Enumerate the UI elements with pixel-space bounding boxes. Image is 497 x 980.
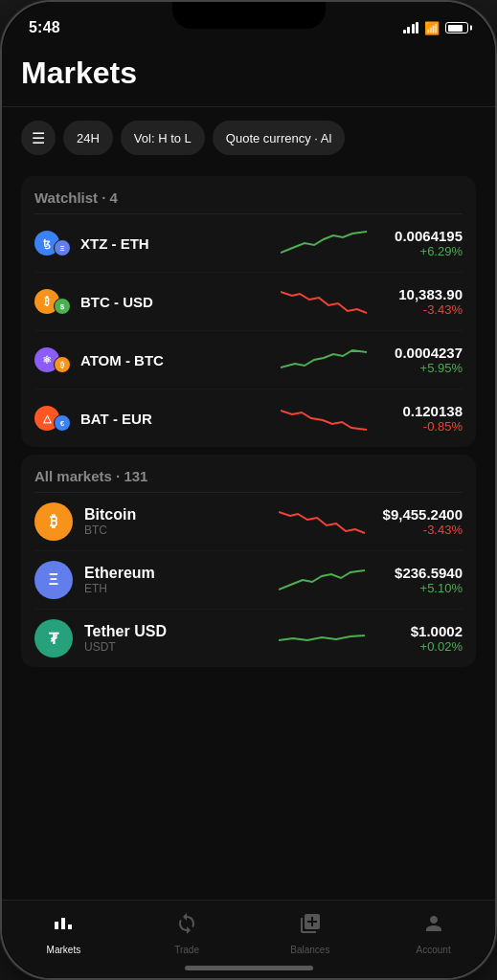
tether-logo: ₮ (34, 619, 73, 657)
quote-filter-button[interactable]: Quote currency · Al (213, 121, 346, 155)
xtz-eth-price: 0.0064195 (376, 228, 463, 244)
bitcoin-symbol: BTC (84, 523, 267, 537)
phone-frame: 5:48 📶 Markets (0, 0, 497, 980)
xtz-eth-change: +6.29% (376, 244, 463, 258)
battery-icon (445, 22, 468, 33)
trade-icon (175, 912, 198, 941)
all-markets-row-usdt[interactable]: ₮ Tether USD USDT $1.0002 +0.02% (34, 610, 463, 667)
usd-icon-sm: $ (54, 298, 71, 315)
tether-info: Tether USD USDT (84, 623, 267, 654)
atom-btc-price: 0.0004237 (376, 345, 463, 361)
ethereum-price-info: $236.5940 +5.10% (376, 565, 463, 595)
eur-icon-sm: € (54, 414, 71, 432)
ethereum-symbol: ETH (84, 582, 267, 595)
account-icon (422, 912, 445, 941)
xtz-eth-icons: ꜩ Ξ (34, 230, 71, 256)
eth-icon-sm: Ξ (54, 239, 71, 256)
atom-btc-pair: ATOM - BTC (80, 352, 271, 368)
all-markets-section: All markets · 131 ₿ Bitcoin BTC $9,455.2… (21, 455, 476, 667)
all-markets-row-eth[interactable]: Ξ Ethereum ETH $236.5940 +5.10% (34, 551, 463, 610)
bat-eur-change: -0.85% (376, 419, 463, 434)
ethereum-price: $236.5940 (376, 565, 463, 581)
ethereum-chart (279, 563, 365, 597)
app-content: Markets ☰ 24H Vol: H to L Quote currency… (2, 44, 495, 900)
account-tab-label: Account (417, 945, 451, 955)
tether-symbol: USDT (84, 640, 267, 654)
btc-icon-sm: ₿ (54, 356, 71, 373)
page-title: Markets (21, 44, 476, 106)
ethereum-info: Ethereum ETH (84, 565, 267, 595)
watchlist-row-btc-usd[interactable]: ₿ $ BTC - USD 10,383.90 -3.43% (34, 273, 463, 331)
xtz-eth-chart (281, 226, 367, 260)
watchlist-row-atom-btc[interactable]: ⚛ ₿ ATOM - BTC 0.0004237 +5.95% (34, 331, 463, 390)
tab-trade[interactable]: Trade (125, 908, 249, 955)
watchlist-row-bat-eur[interactable]: △ € BAT - EUR 0.120138 -0.85% (34, 390, 463, 447)
filter-icon-button[interactable]: ☰ (21, 121, 56, 155)
status-time: 5:48 (29, 19, 60, 36)
tether-price-info: $1.0002 +0.02% (376, 623, 463, 654)
tether-change: +0.02% (376, 639, 463, 654)
atom-btc-change: +5.95% (376, 361, 463, 375)
btc-usd-price-info: 10,383.90 -3.43% (376, 286, 463, 317)
xtz-eth-pair: XTZ - ETH (80, 235, 271, 252)
trade-tab-label: Trade (174, 945, 199, 955)
watchlist-header: Watchlist · 4 (34, 176, 463, 213)
tab-markets[interactable]: Markets (2, 908, 125, 955)
tether-chart (279, 621, 365, 656)
wifi-icon: 📶 (424, 21, 440, 35)
home-indicator (185, 966, 313, 970)
tab-account[interactable]: Account (372, 908, 495, 955)
balances-tab-label: Balances (290, 945, 329, 955)
bat-eur-price: 0.120138 (376, 403, 463, 419)
atom-btc-price-info: 0.0004237 +5.95% (376, 345, 463, 375)
markets-icon (52, 912, 75, 941)
balances-icon (299, 912, 322, 941)
filter-bar: ☰ 24H Vol: H to L Quote currency · Al (21, 107, 476, 168)
xtz-eth-price-info: 0.0064195 +6.29% (376, 228, 463, 258)
bitcoin-logo: ₿ (34, 502, 73, 541)
bat-eur-icons: △ € (34, 405, 71, 432)
phone-screen: 5:48 📶 Markets (2, 2, 495, 978)
ethereum-name: Ethereum (84, 565, 267, 582)
status-icons: 📶 (403, 21, 469, 35)
bitcoin-info: Bitcoin BTC (84, 506, 267, 537)
all-markets-header: All markets · 131 (34, 455, 463, 492)
btc-usd-change: -3.43% (376, 302, 463, 317)
status-bar: 5:48 📶 (2, 2, 495, 44)
bat-eur-price-info: 0.120138 -0.85% (376, 403, 463, 434)
tab-balances[interactable]: Balances (249, 908, 373, 955)
btc-usd-pair: BTC - USD (80, 294, 271, 310)
bitcoin-name: Bitcoin (84, 506, 267, 523)
ethereum-logo: Ξ (34, 561, 73, 599)
btc-usd-icons: ₿ $ (34, 288, 71, 315)
watchlist-section: Watchlist · 4 ꜩ Ξ XTZ - ETH 0.0064195 +6… (21, 176, 476, 447)
vol-filter-button[interactable]: Vol: H to L (121, 121, 205, 155)
bat-eur-pair: BAT - EUR (80, 411, 271, 427)
atom-btc-icons: ⚛ ₿ (34, 346, 71, 373)
bitcoin-change: -3.43% (376, 523, 463, 537)
bat-eur-chart (281, 401, 367, 435)
atom-btc-chart (281, 343, 367, 377)
ethereum-change: +5.10% (376, 581, 463, 595)
tether-name: Tether USD (84, 623, 267, 640)
signal-icon (403, 22, 419, 33)
24h-filter-button[interactable]: 24H (63, 121, 113, 155)
bitcoin-chart (279, 504, 365, 539)
btc-usd-chart (281, 284, 367, 319)
watchlist-row-xtz-eth[interactable]: ꜩ Ξ XTZ - ETH 0.0064195 +6.29% (34, 214, 463, 273)
tether-price: $1.0002 (376, 623, 463, 639)
markets-tab-label: Markets (47, 945, 81, 955)
bitcoin-price: $9,455.2400 (376, 506, 463, 523)
btc-usd-price: 10,383.90 (376, 286, 463, 302)
bitcoin-price-info: $9,455.2400 -3.43% (376, 506, 463, 537)
all-markets-row-btc[interactable]: ₿ Bitcoin BTC $9,455.2400 -3.43% (34, 493, 463, 551)
